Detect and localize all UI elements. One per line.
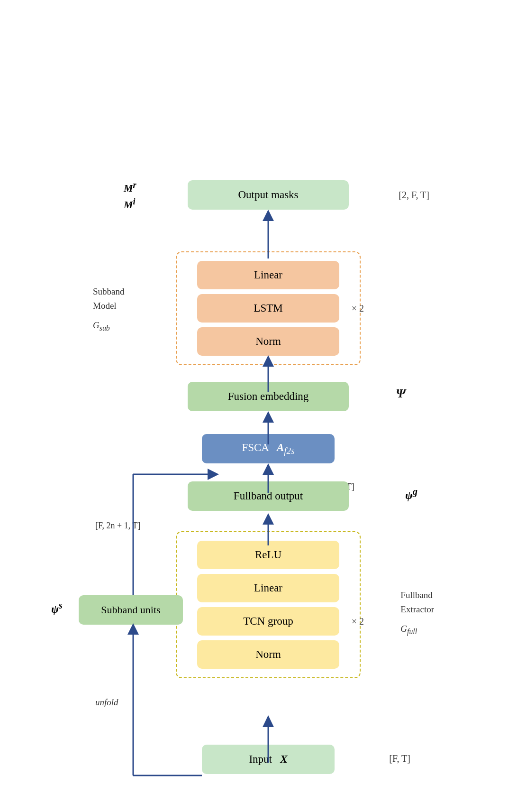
linear-bottom-box: Linear	[197, 574, 339, 602]
relu-label: ReLU	[255, 549, 281, 561]
subband-units-label: Subband units	[101, 604, 160, 616]
svg-marker-9	[263, 411, 274, 423]
relu-box: ReLU	[197, 541, 339, 569]
gsub-label: Gsub	[93, 318, 125, 334]
psi-g-label: ψg	[405, 486, 417, 502]
svg-marker-3	[263, 715, 274, 727]
mi-label: Mi	[124, 196, 136, 211]
gfull-label: Gfull	[400, 622, 434, 637]
mr-label: Mr	[124, 180, 136, 194]
norm-top-label: Norm	[255, 335, 281, 348]
lstm-label: LSTM	[254, 302, 282, 314]
subband-model-dashed: Linear LSTM × 2 Norm	[176, 251, 361, 365]
norm-bottom-label: Norm	[255, 648, 281, 661]
svg-marker-13	[263, 210, 274, 221]
subband-dim-label: [F, 2n + 1, T]	[95, 521, 140, 531]
output-dim-label: [2, F, T]	[399, 190, 429, 201]
times-2-top: × 2	[352, 303, 364, 314]
psi-label: Ψ	[396, 387, 406, 401]
norm-top-box: Norm	[197, 327, 339, 356]
fullband-extractor-dashed: ReLU Linear TCN group × 2 Norm	[176, 531, 361, 678]
svg-marker-19	[208, 469, 219, 480]
times-2-bottom: × 2	[352, 616, 364, 627]
arrows-svg	[41, 19, 467, 812]
mr-mi-labels: Mr Mi	[124, 180, 136, 211]
input-box: Input X	[202, 745, 335, 774]
output-masks-label: Output masks	[238, 189, 298, 201]
input-label: Input X	[249, 753, 287, 766]
psi-s-label: ψs	[51, 600, 63, 616]
svg-marker-16	[127, 623, 139, 635]
fusion-embedding-label: Fusion embedding	[228, 390, 309, 403]
input-dim-label: [F, T]	[389, 753, 410, 764]
fullband-extractor-text: FullbandExtractor Gfull	[400, 588, 434, 637]
linear-top-label: Linear	[254, 269, 282, 281]
linear-bottom-label: Linear	[254, 582, 282, 594]
tcn-group-box: TCN group	[197, 607, 339, 636]
subband-units-box: Subband units	[79, 595, 183, 625]
lstm-wrapper: LSTM × 2	[197, 294, 339, 323]
unfold-label: unfold	[95, 697, 118, 708]
full-diagram: Output masks Mr Mi [2, F, T] Linear LSTM…	[41, 19, 467, 812]
fsca-box: FSCA Af2s	[202, 434, 335, 463]
svg-marker-5	[263, 513, 274, 525]
fsca-label: FSCA Af2s	[242, 442, 294, 456]
lstm-box: LSTM	[197, 294, 339, 323]
fullband-extractor-label: FullbandExtractor	[400, 588, 434, 617]
tcn-group-label: TCN group	[243, 615, 293, 627]
fullband-output-box: Fullband output	[188, 481, 349, 511]
subband-model-label: SubbandModel	[93, 285, 125, 314]
fullband-output-label: Fullband output	[234, 490, 303, 502]
fusion-embedding-box: Fusion embedding	[188, 382, 349, 411]
subband-model-text: SubbandModel Gsub	[93, 285, 125, 334]
linear-top-box: Linear	[197, 261, 339, 289]
svg-marker-7	[263, 463, 274, 475]
output-masks-box: Output masks	[188, 180, 349, 210]
norm-bottom-box: Norm	[197, 640, 339, 669]
tcn-wrapper: TCN group × 2	[197, 607, 339, 636]
